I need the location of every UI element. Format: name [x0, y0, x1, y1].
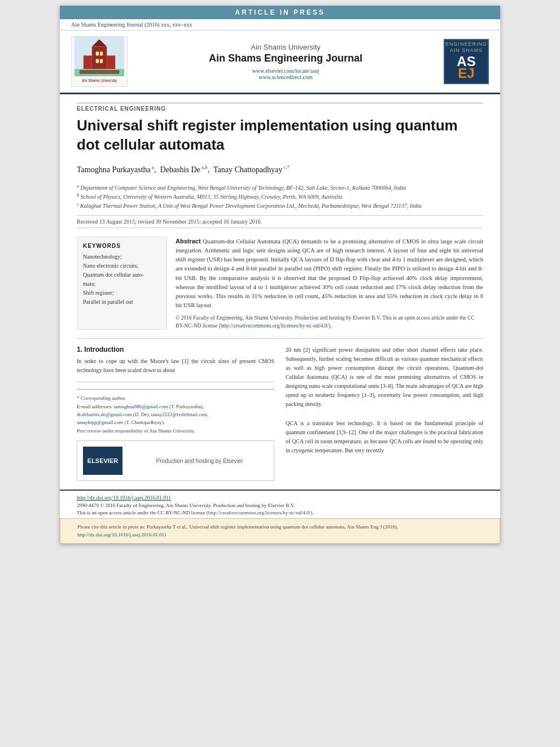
email-1[interactable]: tamoghna986@gmail.com [114, 404, 168, 409]
svg-rect-9 [107, 55, 115, 69]
banner-text: ARTICLE IN PRESS [235, 8, 325, 16]
sciencedirect-url[interactable]: www.sciencedirect.com [259, 74, 312, 80]
abstract-body: Abstract Quantum-dot Cellular Automata (… [176, 237, 483, 311]
keyword-3: Quantum dot cellular auto-mata; [83, 270, 161, 289]
keyword-5: Parallel in parallel out [83, 298, 161, 307]
asej-logo-right: ENGINEERING AIN SHAMS AS EJ [444, 39, 489, 84]
authors: Tamoghna Purkayastha a, Debashis De a,b,… [77, 163, 483, 176]
page: ARTICLE IN PRESS Ain Shams Engineering J… [60, 6, 500, 544]
citation-link[interactable]: http://dx.doi.org/10.1016/j.asej.2016.01… [77, 532, 167, 538]
university-name-label: Ain Shams University [72, 78, 127, 83]
abstract-copyright: © 2016 Faculty of Engineering, Ain Shams… [176, 314, 483, 330]
author-1-sup: a [151, 164, 154, 170]
author-2-sup: a,b [200, 164, 208, 170]
keywords-box: KEYWORDS Nanotechnology; Nano electronic… [77, 237, 167, 330]
article-title: Universal shift register implementation … [77, 116, 483, 155]
intro-body: In order to cope up with the Moore's law… [77, 357, 274, 375]
university-logo-left: Ain Shams University [71, 36, 128, 87]
right-col-body-2: QCA is a transistor less technology. It … [286, 419, 483, 455]
section-label: ELECTRICAL ENGINEERING [77, 103, 483, 112]
elsevier-box: ELSEVIER Production and hosting by Elsev… [77, 440, 274, 481]
journal-header: Ain Shams University Ain Shams Universit… [60, 30, 500, 94]
affiliation-b: b School of Physics, University of Weste… [77, 192, 483, 201]
email-2[interactable]: dr.debashis.de@gmail.com [77, 412, 132, 417]
email-3[interactable]: tanay2222@rediffmail.com [151, 412, 207, 417]
elsevier-url[interactable]: www.elsevier.com/locate/asej [252, 68, 320, 74]
author-3: Tanay Chattopadhyay [213, 165, 282, 173]
svg-rect-2 [92, 47, 107, 69]
affiliations: a Department of Computer Science and Eng… [77, 183, 483, 211]
abstract-heading: Abstract [176, 238, 201, 244]
dates-line: Received 13 August 2015; revised 30 Nove… [77, 215, 483, 228]
elsevier-tagline: Production and hosting by Elsevier [131, 458, 268, 464]
journal-link[interactable]: Ain Shams Engineering Journal (2016) xxx… [71, 21, 192, 28]
svg-rect-7 [100, 59, 103, 63]
citation-box: Please cite this article in press as: Pu… [60, 518, 500, 544]
email-addresses: E-mail addresses: tamoghna986@gmail.com … [77, 403, 274, 427]
svg-rect-4 [96, 51, 99, 55]
author-1: Tamoghna Purkayastha [77, 165, 151, 173]
journal-urls: www.elsevier.com/locate/asej www.science… [133, 68, 438, 80]
svg-rect-8 [84, 55, 92, 69]
left-column: 1. Introduction In order to cope up with… [77, 346, 274, 481]
open-access-line: This is an open access article under the… [77, 510, 483, 516]
article-in-press-banner: ARTICLE IN PRESS [60, 6, 500, 19]
svg-rect-5 [100, 51, 103, 55]
abstract-body-text: Quantum-dot Cellular Automata (QCA) dema… [176, 238, 483, 309]
keyword-4: Shift register; [83, 289, 161, 298]
affiliation-c: c Kalaghat Thermal Power Station, A Unit… [77, 201, 483, 210]
footnote-area: * Corresponding author. E-mail addresses… [77, 389, 274, 435]
author-3-sup: c,* [282, 164, 290, 170]
journal-university: Ain Shams University [133, 43, 438, 51]
keyword-1: Nanotechnology; [83, 252, 161, 261]
svg-rect-6 [96, 59, 99, 63]
right-column: 20 nm [2] significant power dissipation … [286, 346, 483, 481]
abstract-text-box: Abstract Quantum-dot Cellular Automata (… [176, 237, 483, 330]
author-2: Debashis De [160, 165, 200, 173]
peer-review-note: Peer review under responsibility of Ain … [77, 427, 274, 435]
open-access-link[interactable]: http://creativecommons.org/licenses/by-n… [208, 510, 310, 516]
svg-rect-10 [80, 70, 119, 74]
footnote-divider [77, 382, 274, 382]
journal-title-main: Ain Shams Engineering Journal [133, 53, 438, 64]
journal-center: Ain Shams University Ain Shams Engineeri… [133, 43, 438, 80]
journal-link-bar: Ain Shams Engineering Journal (2016) xxx… [60, 19, 500, 30]
abstract-section: KEYWORDS Nanotechnology; Nano electronic… [77, 237, 483, 330]
corresponding-author-label: * Corresponding author. [77, 394, 274, 402]
asej-logo-text: ENGINEERING AIN SHAMS AS EJ [445, 41, 487, 81]
two-column-layout: 1. Introduction In order to cope up with… [77, 346, 483, 481]
copyright-line: 2090-4479 © 2016 Faculty of Engineering,… [77, 503, 483, 508]
keyword-2: Nano electronic circuits; [83, 261, 161, 270]
doi-link[interactable]: http://dx.doi.org/10.1016/j.asej.2016.01… [77, 495, 483, 501]
bottom-doi-bar: http://dx.doi.org/10.1016/j.asej.2016.01… [60, 490, 500, 518]
elsevier-logo: ELSEVIER [83, 447, 123, 475]
section-divider [77, 338, 483, 339]
keywords-list: Nanotechnology; Nano electronic circuits… [83, 252, 161, 307]
citation-text: Please cite this article in press as: Pu… [77, 524, 398, 530]
elsevier-logo-text: ELSEVIER [88, 457, 118, 464]
main-content: ELECTRICAL ENGINEERING Universal shift r… [60, 94, 500, 490]
email-4[interactable]: tanayktpp@gmail.com [77, 420, 123, 425]
affiliation-a: a Department of Computer Science and Eng… [77, 183, 483, 192]
keywords-title: KEYWORDS [83, 243, 161, 249]
intro-heading: 1. Introduction [77, 346, 274, 353]
abstract-copyright-link[interactable]: http://creativecommons.org/licenses/by-n… [221, 323, 329, 329]
right-col-body: 20 nm [2] significant power dissipation … [286, 346, 483, 409]
